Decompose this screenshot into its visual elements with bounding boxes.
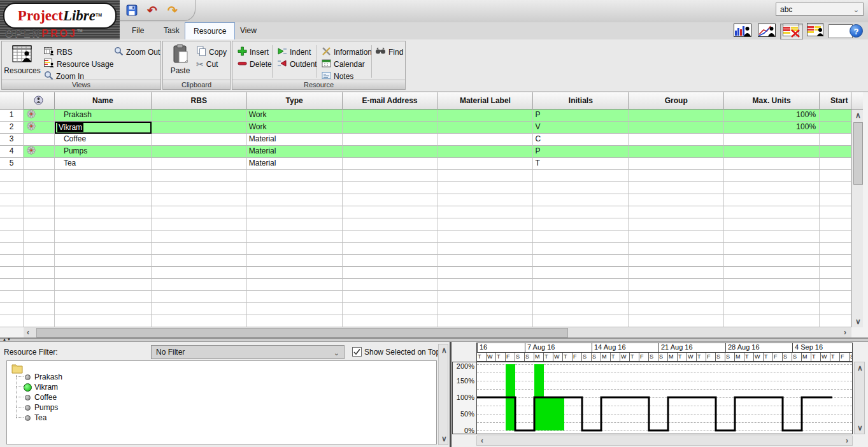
rbs-cell[interactable] <box>152 122 247 134</box>
scroll-left-icon[interactable]: ‹ <box>481 436 483 445</box>
help-button[interactable]: ? <box>850 24 863 38</box>
table-hscroll-thumb[interactable] <box>36 328 568 337</box>
initials-cell[interactable]: T <box>533 158 629 170</box>
material-label-cell[interactable] <box>438 146 534 158</box>
redo-button[interactable]: ↷ <box>166 4 180 18</box>
start-cell[interactable] <box>820 146 851 158</box>
scroll-up-icon[interactable]: ∧ <box>857 364 863 372</box>
rbs-cell[interactable] <box>152 134 247 146</box>
group-cell[interactable] <box>629 134 724 146</box>
material-label-cell[interactable] <box>438 134 534 146</box>
scroll-up-icon[interactable]: ∧ <box>441 346 447 355</box>
delete-button[interactable]: Delete <box>238 59 272 69</box>
histogram-horizontal-scrollbar[interactable]: ‹ › <box>476 436 853 446</box>
scroll-right-icon[interactable]: › <box>844 328 846 337</box>
max-units-cell[interactable]: 100% <box>724 122 820 134</box>
rbs-cell[interactable] <box>152 158 247 170</box>
row-number[interactable]: 2 <box>0 122 24 134</box>
tree-item-tea[interactable]: Tea <box>7 413 46 423</box>
name-cell[interactable]: Tea <box>55 158 152 170</box>
scroll-up-icon[interactable]: ∧ <box>855 111 861 120</box>
histogram-vertical-scrollbar[interactable]: ∧ ∨ <box>854 362 865 434</box>
initials-cell[interactable]: P <box>533 110 629 122</box>
group-cell[interactable] <box>629 122 724 134</box>
start-cell[interactable] <box>820 134 851 146</box>
table-vscroll-thumb[interactable] <box>853 122 863 185</box>
column-header-max-units[interactable]: Max. Units <box>724 92 820 110</box>
name-cell[interactable]: Pumps <box>55 146 152 158</box>
tree-item-prakash[interactable]: Prakash <box>7 372 62 382</box>
column-header-start[interactable]: Start <box>820 92 851 110</box>
find-combobox[interactable]: abc ⌄ <box>776 3 864 16</box>
row-number-header[interactable] <box>0 92 24 110</box>
resource-usage-button[interactable]: Resource Usage <box>44 59 113 69</box>
zoom-out-button[interactable]: Zoom Out <box>114 46 160 57</box>
resource-filter-combobox[interactable]: No Filter ⌄ <box>151 345 345 359</box>
resource-chart-view-button[interactable] <box>756 24 778 38</box>
max-units-cell[interactable] <box>724 158 820 170</box>
undo-button[interactable]: ↶ <box>145 4 159 18</box>
type-cell[interactable]: Work <box>247 110 343 122</box>
max-units-cell[interactable]: 100% <box>724 110 820 122</box>
table-horizontal-scrollbar[interactable]: ‹ › <box>24 327 851 337</box>
type-cell[interactable]: Work <box>247 122 343 134</box>
email-cell[interactable] <box>343 122 438 134</box>
splitter-handle-icon[interactable]: ▲▼ <box>3 337 11 341</box>
rbs-button[interactable]: RBS <box>44 46 73 57</box>
tree-item-vikram[interactable]: Vikram <box>7 382 58 392</box>
start-cell[interactable] <box>820 158 851 170</box>
close-subview-button[interactable] <box>780 24 803 39</box>
horizontal-splitter[interactable]: ▲▼ <box>0 337 868 342</box>
type-cell[interactable]: Material <box>247 146 343 158</box>
email-cell[interactable] <box>343 110 438 122</box>
filter-panel-scrollbar[interactable]: ∧ ∨ <box>438 344 448 445</box>
start-cell[interactable] <box>820 122 851 134</box>
resources-button[interactable]: Resources <box>3 44 41 75</box>
type-cell[interactable]: Material <box>247 134 343 146</box>
row-number[interactable]: 5 <box>0 158 24 170</box>
column-header-type[interactable]: Type <box>247 92 343 110</box>
save-button[interactable] <box>125 4 139 18</box>
type-cell[interactable]: Material <box>247 158 343 170</box>
scroll-left-icon[interactable]: ‹ <box>27 328 29 337</box>
scroll-down-icon[interactable]: ∨ <box>857 423 863 432</box>
row-number[interactable]: 1 <box>0 110 24 122</box>
rbs-cell[interactable] <box>152 110 247 122</box>
row-number[interactable]: 4 <box>0 146 24 158</box>
column-header-name[interactable]: Name <box>55 92 152 110</box>
rbs-cell[interactable] <box>152 146 247 158</box>
initials-cell[interactable]: C <box>533 134 629 146</box>
max-units-cell[interactable] <box>724 134 820 146</box>
table-vertical-scrollbar[interactable]: ∧ ∨ <box>851 110 863 327</box>
outdent-button[interactable]: Outdent <box>277 59 317 69</box>
tree-item-pumps[interactable]: Pumps <box>7 402 58 413</box>
material-label-cell[interactable] <box>438 110 534 122</box>
scroll-down-icon[interactable]: ∨ <box>855 317 861 326</box>
material-label-cell[interactable] <box>438 158 534 170</box>
column-header-initials[interactable]: Initials <box>533 92 629 110</box>
find-button[interactable]: Find <box>375 46 403 57</box>
tab-view[interactable]: View <box>232 22 265 39</box>
column-header-group[interactable]: Group <box>629 92 724 110</box>
information-button[interactable]: Information <box>322 46 372 57</box>
email-cell[interactable] <box>343 158 438 170</box>
scroll-down-icon[interactable]: ∨ <box>441 434 447 443</box>
name-cell[interactable]: Prakash <box>55 110 152 122</box>
indent-button[interactable]: Indent <box>277 46 311 57</box>
calendar-button[interactable]: Calendar <box>322 59 365 69</box>
material-label-cell[interactable] <box>438 122 534 134</box>
resource-histogram-view-button[interactable] <box>732 24 753 38</box>
tab-task[interactable]: Task <box>155 22 188 39</box>
vertical-panel-divider[interactable] <box>450 342 452 447</box>
insert-button[interactable]: Insert <box>238 46 269 57</box>
initials-cell[interactable]: P <box>533 146 629 158</box>
group-cell[interactable] <box>629 110 724 122</box>
initials-cell[interactable]: V <box>533 122 629 134</box>
column-header-email[interactable]: E-mail Address <box>343 92 438 110</box>
row-number[interactable]: 3 <box>0 134 24 146</box>
column-header-rbs[interactable]: RBS <box>152 92 247 110</box>
resource-usage-view-button[interactable] <box>805 24 827 38</box>
email-cell[interactable] <box>343 146 438 158</box>
indicator-column-header[interactable] <box>24 92 55 110</box>
email-cell[interactable] <box>343 134 438 146</box>
